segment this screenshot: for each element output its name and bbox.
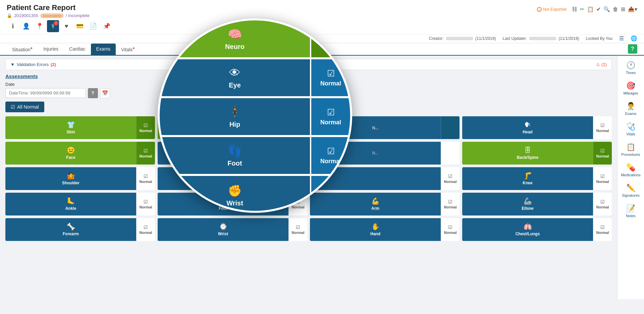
card-backspine[interactable]: 🗄 Back/Spine ☑ Normal [462,142,612,165]
sidebar-item-signatures[interactable]: ✏️ Signatures [618,180,644,201]
card-forearm[interactable]: 🦴 Forearm ☑ Normal [5,218,155,241]
help-button[interactable]: ? [628,44,637,54]
nav-person-btn[interactable]: 👤 [20,20,32,32]
card-partial3[interactable]: ☑ Normal [310,167,460,190]
all-normal-label: All Normal [17,104,39,110]
knee-check: ☑ [600,174,605,179]
skin-label: Skin [66,130,75,134]
card-wrist[interactable]: ⌚ Wrist ☑ Normal [158,218,307,241]
date-label: Date [5,82,612,87]
neuro-icon: 🧠 [219,121,227,129]
card-elbow[interactable]: 🦾 Elbow ☑ Normal [462,193,612,215]
neuro-check: ☑ [296,123,300,128]
foot-label: Foot [219,206,227,211]
validation-errors-bar[interactable]: ▼ Validation Errors (2) ⚠ (2) [5,59,612,70]
sidebar-item-mileages[interactable]: 🎯 Mileages [618,78,644,99]
card-face[interactable]: 😐 Face ☑ Normal [5,142,155,165]
mileages-icon: 🎯 [626,81,635,90]
card-head[interactable]: 🗣 Head ☑ Normal [462,116,612,139]
date-input[interactable] [5,88,86,98]
nav-medical-btn[interactable]: ⚕ ! [47,20,59,32]
eye-check: ☑ [296,148,300,153]
date-T-btn[interactable]: T [88,88,98,98]
sidebar-item-procedures[interactable]: 📋 Procedures [618,139,644,160]
card-hip[interactable]: 🕴 Hip ☑ Normal [158,167,307,190]
all-normal-button[interactable]: ☑ All Normal [5,102,44,112]
tab-exams[interactable]: Exams [91,44,116,55]
globe-btn[interactable]: 🌐 [631,35,637,42]
date-calendar-btn[interactable]: 📅 [100,88,110,98]
card-arm[interactable]: 💪 Arm ☑ Normal [310,193,460,215]
toolbar-copy-btn[interactable]: 📋 [587,6,594,12]
shoulder-check: ☑ [144,174,148,179]
updater-info: Last Updater: (11/1/2019) [502,36,579,41]
chestlungs-check: ☑ [600,225,605,230]
card-partial2[interactable]: N... [310,142,460,165]
sidebar-item-notes[interactable]: 📝 Notes [618,201,644,221]
arm-icon: 💪 [371,197,380,205]
elbow-label: Elbow [522,206,533,211]
forearm-icon: 🦴 [67,223,75,231]
card-partial[interactable]: N... [310,116,460,139]
backspine-normal: Normal [596,154,609,158]
card-knee[interactable]: 🦵 Knee ☑ Normal [462,167,612,190]
tab-injuries[interactable]: Injuries [38,44,64,55]
head-icon: 🗣 [524,121,531,129]
ankle-check: ☑ [144,199,148,204]
nav-document-btn[interactable]: 📄 [87,20,99,32]
nav-heart-btn[interactable]: ♥ [60,20,72,32]
sidebar-item-exams[interactable]: 👨‍⚕️ Exams [618,99,644,119]
tab-vitals[interactable]: Vitals● [116,43,140,56]
card-foot[interactable]: 👣 Foot ☑ Normal [158,193,307,215]
toolbar-check-btn[interactable]: ✔ [596,6,601,12]
sidebar-item-medications[interactable]: 💊 Medications [618,160,644,180]
forearm-label: Forearm [63,232,79,236]
exams-sidebar-label: Exams [625,112,637,116]
ankle-normal: Normal [140,205,152,209]
arm-normal: Normal [444,205,457,209]
toolbar-expand-btn[interactable]: ⊞ [621,6,625,12]
notes-icon: 📝 [626,204,635,213]
elbow-icon: 🦾 [524,197,532,205]
toolbar-search-btn[interactable]: 🔍 [603,6,610,12]
nav-pin-btn[interactable]: 📌 [101,20,113,32]
procedures-label: Procedures [621,152,640,156]
error-count: (2) [51,62,56,67]
card-neuro[interactable]: 🧠 Neuro ☑ Normal [158,116,307,139]
backspine-icon: 🗄 [524,146,531,154]
card-chestlungs[interactable]: 🫁 Chest/Lungs ☑ Normal [462,218,612,241]
face-label: Face [66,155,75,160]
toolbar-trash-btn[interactable]: 🗑 [613,6,618,12]
card-shoulder[interactable]: 🤷 Shoulder ☑ Normal [5,167,155,190]
foot-check: ☑ [296,199,300,204]
tab-vitals-label: Vitals [121,47,132,52]
tab-situation-label: Situation [12,47,30,52]
tab-situation[interactable]: Situation● [7,43,38,56]
card-ankle[interactable]: 🦶 Ankle ☑ Normal [5,193,155,215]
tab-cardiac[interactable]: Cardiac [64,44,91,55]
card-hand[interactable]: ✋ Hand ☑ Normal [310,218,460,241]
card-eye[interactable]: 👁 Eye ☑ Normal [158,142,307,165]
list-view-btn[interactable]: ☰ [619,35,624,42]
vitals-sidebar-label: Vitals [626,132,635,136]
knee-icon: 🦵 [524,172,532,180]
head-normal: Normal [596,129,609,133]
sidebar-item-times[interactable]: 🕐 Times [618,58,644,78]
wrist-check: ☑ [296,225,300,230]
sidebar-item-vitals[interactable]: 🩺 Vitals [618,119,644,139]
face-check: ☑ [144,148,148,153]
toolbar-export-btn[interactable]: 📤▾ [628,6,637,12]
toolbar-edit-btn[interactable]: ✏ [580,6,584,12]
toolbar-link-btn[interactable]: ⛓ [572,6,577,12]
nav-info-btn[interactable]: ℹ [7,20,19,32]
card-skin[interactable]: 👕 Skin ☑ Normal [5,116,155,139]
nav-card-btn[interactable]: 💳 [74,20,86,32]
times-icon: 🕐 [626,61,635,70]
head-check: ☑ [600,123,605,128]
assessments-title: Assessments [5,73,612,79]
chevron-down-icon: ▼ [10,62,15,67]
head-label: Head [523,130,532,134]
knee-label: Knee [523,181,532,185]
medications-icon: 💊 [626,163,635,172]
nav-location-btn[interactable]: 📍 [34,20,46,32]
